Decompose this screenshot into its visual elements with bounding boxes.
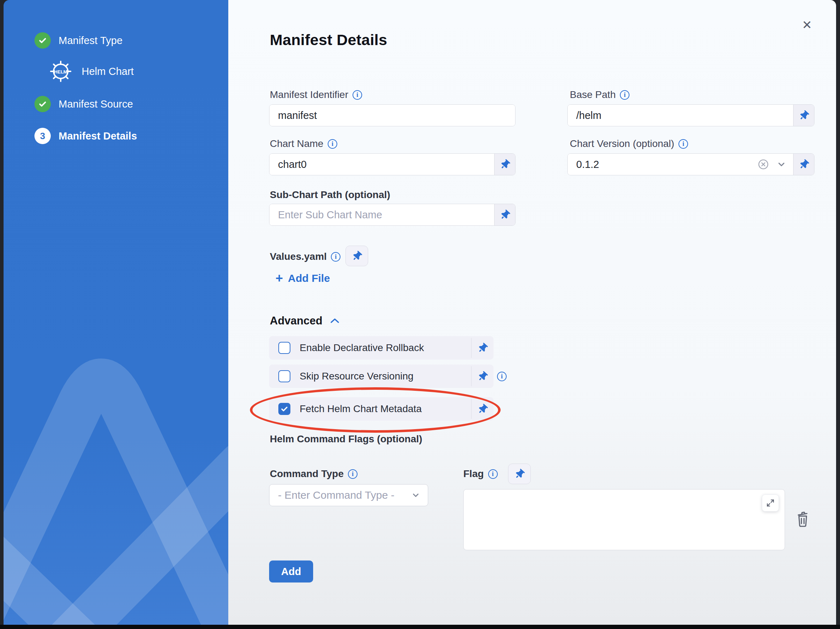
values-yaml-pin-button[interactable] — [346, 246, 368, 266]
step-label: Manifest Source — [58, 98, 133, 110]
pin-icon[interactable] — [494, 204, 515, 225]
plus-icon: + — [275, 272, 283, 285]
checkbox-unchecked[interactable] — [278, 370, 291, 382]
add-button[interactable]: Add — [269, 561, 313, 583]
add-file-button[interactable]: + Add File — [275, 272, 330, 285]
flag-textarea[interactable] — [464, 490, 785, 550]
info-icon[interactable]: i — [497, 372, 507, 381]
command-type-placeholder: - Enter Command Type - — [278, 489, 395, 501]
info-icon[interactable]: i — [488, 469, 498, 479]
info-icon[interactable]: i — [679, 139, 688, 149]
sub-chart-path-label: Sub-Chart Path (optional) — [270, 189, 390, 201]
step-label: Helm Chart — [82, 66, 134, 77]
wizard-sidebar: Manifest Type HELM — [3, 0, 228, 625]
step-number-badge: 3 — [35, 128, 51, 144]
advanced-option-enable-declarative-rollback: Enable Declarative Rollback — [269, 336, 494, 359]
sub-chart-path-group — [269, 204, 515, 226]
command-type-select[interactable]: - Enter Command Type - — [269, 484, 428, 506]
manifest-details-panel: ✕ Manifest Details Manifest Identifier i… — [228, 0, 836, 625]
pin-icon[interactable] — [472, 372, 494, 381]
flag-textarea-wrapper — [463, 489, 785, 550]
sidebar-step-manifest-details[interactable]: 3 Manifest Details — [3, 128, 228, 145]
step-complete-icon — [35, 96, 51, 112]
values-yaml-label: Values.yaml i — [270, 251, 341, 263]
checkbox-unchecked[interactable] — [278, 342, 291, 354]
close-icon[interactable]: ✕ — [799, 17, 815, 33]
screen-edge — [0, 625, 840, 629]
chart-version-input[interactable] — [568, 154, 751, 175]
helm-icon: HELM — [49, 60, 73, 83]
advanced-option-fetch-helm-chart-metadata: Fetch Helm Chart Metadata — [269, 397, 494, 421]
info-icon[interactable]: i — [331, 252, 341, 262]
pin-icon[interactable] — [494, 154, 515, 175]
add-file-label: Add File — [288, 272, 330, 284]
page-title: Manifest Details — [270, 31, 387, 49]
delete-icon[interactable] — [795, 511, 810, 529]
helm-command-flags-label: Helm Command Flags (optional) — [270, 433, 422, 445]
sub-chart-path-input[interactable] — [270, 204, 494, 225]
base-path-label: Base Path i — [570, 89, 630, 101]
checkbox-checked[interactable] — [278, 403, 291, 415]
wizard-steps: Manifest Type HELM — [3, 0, 228, 145]
pin-icon[interactable] — [472, 404, 494, 414]
sidebar-step-manifest-source[interactable]: Manifest Source — [3, 96, 228, 112]
step-label: Manifest Details — [58, 130, 137, 142]
manifest-identifier-input[interactable] — [270, 105, 515, 126]
manifest-identifier-label: Manifest Identifier i — [270, 89, 362, 101]
pin-icon[interactable] — [472, 343, 494, 353]
chart-version-controls — [751, 154, 793, 175]
chart-name-input[interactable] — [270, 154, 494, 175]
pin-icon[interactable] — [793, 154, 814, 175]
advanced-option-skip-resource-versioning: Skip Resource Versioning — [269, 364, 494, 388]
pin-icon — [513, 467, 526, 481]
chart-version-group — [567, 153, 815, 175]
pin-icon — [350, 249, 363, 263]
flag-label: Flag i — [463, 468, 498, 480]
info-icon[interactable]: i — [352, 90, 362, 100]
command-type-label: Command Type i — [270, 468, 357, 480]
svg-text:HELM: HELM — [54, 69, 68, 74]
step-label: Manifest Type — [58, 35, 123, 46]
info-icon[interactable]: i — [620, 90, 630, 100]
sidebar-substep-helm-chart[interactable]: HELM Helm Chart — [3, 60, 228, 83]
expand-icon[interactable] — [762, 495, 779, 511]
flag-pin-button[interactable] — [508, 463, 531, 484]
chevron-down-icon — [411, 490, 421, 500]
harness-logo-watermark — [3, 298, 228, 625]
step-complete-icon — [35, 32, 51, 49]
chart-name-label: Chart Name i — [270, 138, 337, 150]
base-path-input[interactable] — [568, 105, 793, 126]
chevron-up-icon — [329, 316, 341, 325]
clear-icon[interactable] — [758, 159, 769, 170]
chart-name-group — [269, 153, 515, 175]
info-icon[interactable]: i — [328, 139, 337, 149]
base-path-group — [567, 104, 815, 126]
chart-version-label: Chart Version (optional) i — [570, 138, 688, 150]
chevron-down-icon[interactable] — [776, 159, 787, 170]
advanced-toggle[interactable]: Advanced — [270, 314, 341, 327]
manifest-identifier-group — [269, 104, 515, 126]
info-icon[interactable]: i — [348, 469, 357, 479]
screen-background: Manifest Type HELM — [0, 0, 840, 629]
pin-icon[interactable] — [793, 105, 814, 126]
sidebar-step-manifest-type[interactable]: Manifest Type — [3, 32, 228, 49]
